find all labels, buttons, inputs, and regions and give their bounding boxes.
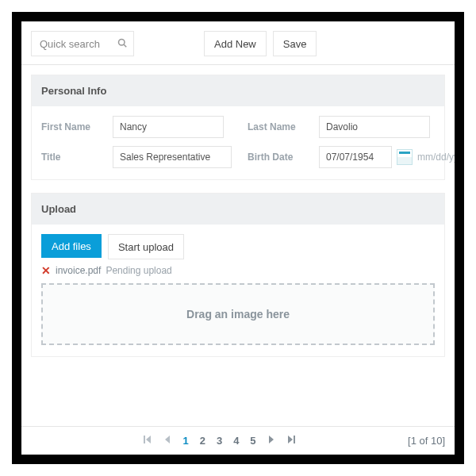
file-row: ✕ invoice.pdf Pending upload [41,264,435,277]
svg-rect-7 [294,436,295,443]
panel-header: Upload [32,194,444,225]
pager-controls: 1 2 3 4 5 [31,435,408,447]
title-label: Title [41,152,113,163]
file-status: Pending upload [106,265,171,276]
pager-status: [1 of 10] [408,435,445,447]
panel-body: First Name Last Name Title Birth Date [32,106,444,179]
start-upload-button[interactable]: Start upload [108,234,184,259]
svg-line-1 [124,44,126,47]
remove-file-icon[interactable]: ✕ [41,264,51,277]
toolbar: Add New Save [21,21,455,65]
add-new-button[interactable]: Add New [204,31,267,56]
panel-header: Personal Info [32,75,444,106]
title-field[interactable] [113,146,232,168]
svg-marker-4 [165,436,170,443]
svg-marker-5 [269,436,274,443]
save-button[interactable]: Save [273,31,317,56]
pager-next-icon[interactable] [267,435,275,447]
pager-last-icon[interactable] [286,435,296,447]
birth-date-field[interactable] [319,146,392,168]
page-number-1[interactable]: 1 [182,435,188,447]
dropzone[interactable]: Drag an image here [41,283,435,345]
svg-marker-3 [146,436,151,443]
content-area: Personal Info First Name Last Name Title [21,65,455,426]
svg-rect-2 [144,436,145,443]
add-files-button[interactable]: Add files [41,234,102,258]
svg-point-0 [119,39,125,45]
file-name: invoice.pdf [56,265,101,276]
application-window: Add New Save Personal Info First Name La… [12,12,464,464]
pager-first-icon[interactable] [143,435,152,447]
dropzone-text: Drag an image here [186,308,290,321]
panel-body: Add files Start upload ✕ invoice.pdf Pen… [32,225,444,356]
search-wrapper [31,31,134,56]
calendar-icon[interactable] [397,149,413,165]
page-number-2[interactable]: 2 [200,435,205,447]
birth-date-label: Birth Date [248,152,319,163]
svg-marker-6 [288,436,293,443]
first-name-label: First Name [41,121,113,132]
personal-info-panel: Personal Info First Name Last Name Title [31,75,445,180]
last-name-label: Last Name [248,121,319,132]
page-number-5[interactable]: 5 [250,435,255,447]
first-name-field[interactable] [113,116,224,138]
date-format-hint: mm/dd/yyyy [417,152,455,163]
upload-panel: Upload Add files Start upload ✕ invoice.… [31,193,445,357]
pager: 1 2 3 4 5 [1 of 10] [21,426,455,455]
page-number-3[interactable]: 3 [217,435,222,447]
page-number-4[interactable]: 4 [233,435,239,447]
pager-prev-icon[interactable] [163,435,171,447]
last-name-field[interactable] [319,116,430,138]
search-icon[interactable] [117,38,127,50]
